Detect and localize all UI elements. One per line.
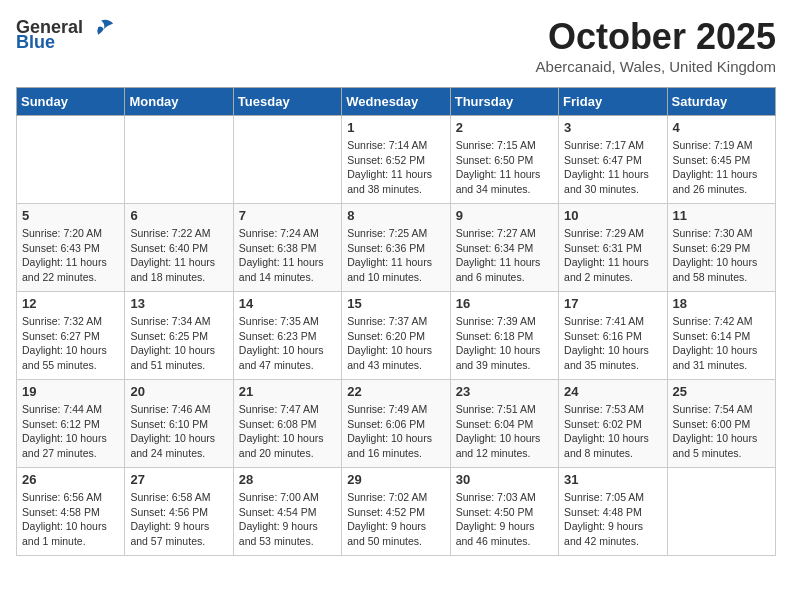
calendar-week-row: 26Sunrise: 6:56 AM Sunset: 4:58 PM Dayli…: [17, 468, 776, 556]
weekday-header-sunday: Sunday: [17, 88, 125, 116]
day-number: 23: [456, 384, 553, 399]
day-info: Sunrise: 7:46 AM Sunset: 6:10 PM Dayligh…: [130, 402, 227, 461]
day-number: 13: [130, 296, 227, 311]
day-info: Sunrise: 7:15 AM Sunset: 6:50 PM Dayligh…: [456, 138, 553, 197]
calendar-cell: 21Sunrise: 7:47 AM Sunset: 6:08 PM Dayli…: [233, 380, 341, 468]
day-info: Sunrise: 7:53 AM Sunset: 6:02 PM Dayligh…: [564, 402, 661, 461]
month-title: October 2025: [536, 16, 776, 58]
logo: General Blue: [16, 16, 109, 53]
day-number: 27: [130, 472, 227, 487]
day-number: 6: [130, 208, 227, 223]
location: Abercanaid, Wales, United Kingdom: [536, 58, 776, 75]
day-info: Sunrise: 7:05 AM Sunset: 4:48 PM Dayligh…: [564, 490, 661, 549]
day-number: 3: [564, 120, 661, 135]
day-info: Sunrise: 7:37 AM Sunset: 6:20 PM Dayligh…: [347, 314, 444, 373]
calendar-cell: 8Sunrise: 7:25 AM Sunset: 6:36 PM Daylig…: [342, 204, 450, 292]
day-number: 24: [564, 384, 661, 399]
calendar-cell: 18Sunrise: 7:42 AM Sunset: 6:14 PM Dayli…: [667, 292, 775, 380]
calendar-cell: 10Sunrise: 7:29 AM Sunset: 6:31 PM Dayli…: [559, 204, 667, 292]
day-info: Sunrise: 7:42 AM Sunset: 6:14 PM Dayligh…: [673, 314, 770, 373]
day-number: 5: [22, 208, 119, 223]
calendar-table: SundayMondayTuesdayWednesdayThursdayFrid…: [16, 87, 776, 556]
calendar-cell: 5Sunrise: 7:20 AM Sunset: 6:43 PM Daylig…: [17, 204, 125, 292]
day-number: 12: [22, 296, 119, 311]
day-info: Sunrise: 7:51 AM Sunset: 6:04 PM Dayligh…: [456, 402, 553, 461]
calendar-cell: [17, 116, 125, 204]
calendar-cell: 31Sunrise: 7:05 AM Sunset: 4:48 PM Dayli…: [559, 468, 667, 556]
calendar-cell: 25Sunrise: 7:54 AM Sunset: 6:00 PM Dayli…: [667, 380, 775, 468]
day-number: 11: [673, 208, 770, 223]
day-info: Sunrise: 7:24 AM Sunset: 6:38 PM Dayligh…: [239, 226, 336, 285]
calendar-cell: [667, 468, 775, 556]
calendar-cell: 4Sunrise: 7:19 AM Sunset: 6:45 PM Daylig…: [667, 116, 775, 204]
calendar-cell: 3Sunrise: 7:17 AM Sunset: 6:47 PM Daylig…: [559, 116, 667, 204]
day-number: 25: [673, 384, 770, 399]
weekday-header-tuesday: Tuesday: [233, 88, 341, 116]
day-info: Sunrise: 7:00 AM Sunset: 4:54 PM Dayligh…: [239, 490, 336, 549]
day-info: Sunrise: 7:32 AM Sunset: 6:27 PM Dayligh…: [22, 314, 119, 373]
calendar-cell: [125, 116, 233, 204]
day-number: 19: [22, 384, 119, 399]
calendar-cell: 9Sunrise: 7:27 AM Sunset: 6:34 PM Daylig…: [450, 204, 558, 292]
day-number: 21: [239, 384, 336, 399]
calendar-week-row: 1Sunrise: 7:14 AM Sunset: 6:52 PM Daylig…: [17, 116, 776, 204]
day-info: Sunrise: 7:35 AM Sunset: 6:23 PM Dayligh…: [239, 314, 336, 373]
calendar-cell: 14Sunrise: 7:35 AM Sunset: 6:23 PM Dayli…: [233, 292, 341, 380]
calendar-cell: 26Sunrise: 6:56 AM Sunset: 4:58 PM Dayli…: [17, 468, 125, 556]
weekday-header-wednesday: Wednesday: [342, 88, 450, 116]
day-info: Sunrise: 7:19 AM Sunset: 6:45 PM Dayligh…: [673, 138, 770, 197]
day-info: Sunrise: 7:29 AM Sunset: 6:31 PM Dayligh…: [564, 226, 661, 285]
calendar-cell: 15Sunrise: 7:37 AM Sunset: 6:20 PM Dayli…: [342, 292, 450, 380]
weekday-header-row: SundayMondayTuesdayWednesdayThursdayFrid…: [17, 88, 776, 116]
calendar-cell: 12Sunrise: 7:32 AM Sunset: 6:27 PM Dayli…: [17, 292, 125, 380]
weekday-header-thursday: Thursday: [450, 88, 558, 116]
calendar-cell: 24Sunrise: 7:53 AM Sunset: 6:02 PM Dayli…: [559, 380, 667, 468]
weekday-header-saturday: Saturday: [667, 88, 775, 116]
day-info: Sunrise: 7:02 AM Sunset: 4:52 PM Dayligh…: [347, 490, 444, 549]
day-number: 1: [347, 120, 444, 135]
day-info: Sunrise: 7:17 AM Sunset: 6:47 PM Dayligh…: [564, 138, 661, 197]
day-info: Sunrise: 7:49 AM Sunset: 6:06 PM Dayligh…: [347, 402, 444, 461]
day-info: Sunrise: 6:58 AM Sunset: 4:56 PM Dayligh…: [130, 490, 227, 549]
day-number: 15: [347, 296, 444, 311]
calendar-cell: 17Sunrise: 7:41 AM Sunset: 6:16 PM Dayli…: [559, 292, 667, 380]
day-number: 31: [564, 472, 661, 487]
day-info: Sunrise: 7:20 AM Sunset: 6:43 PM Dayligh…: [22, 226, 119, 285]
calendar-cell: [233, 116, 341, 204]
day-number: 22: [347, 384, 444, 399]
title-block: October 2025 Abercanaid, Wales, United K…: [536, 16, 776, 75]
day-number: 8: [347, 208, 444, 223]
day-info: Sunrise: 7:44 AM Sunset: 6:12 PM Dayligh…: [22, 402, 119, 461]
weekday-header-monday: Monday: [125, 88, 233, 116]
calendar-cell: 7Sunrise: 7:24 AM Sunset: 6:38 PM Daylig…: [233, 204, 341, 292]
calendar-cell: 6Sunrise: 7:22 AM Sunset: 6:40 PM Daylig…: [125, 204, 233, 292]
calendar-cell: 19Sunrise: 7:44 AM Sunset: 6:12 PM Dayli…: [17, 380, 125, 468]
day-info: Sunrise: 7:27 AM Sunset: 6:34 PM Dayligh…: [456, 226, 553, 285]
calendar-cell: 28Sunrise: 7:00 AM Sunset: 4:54 PM Dayli…: [233, 468, 341, 556]
day-number: 7: [239, 208, 336, 223]
weekday-header-friday: Friday: [559, 88, 667, 116]
day-number: 30: [456, 472, 553, 487]
day-number: 2: [456, 120, 553, 135]
day-info: Sunrise: 7:14 AM Sunset: 6:52 PM Dayligh…: [347, 138, 444, 197]
day-info: Sunrise: 7:03 AM Sunset: 4:50 PM Dayligh…: [456, 490, 553, 549]
calendar-cell: 11Sunrise: 7:30 AM Sunset: 6:29 PM Dayli…: [667, 204, 775, 292]
day-number: 26: [22, 472, 119, 487]
day-number: 20: [130, 384, 227, 399]
page-header: General Blue October 2025 Abercanaid, Wa…: [16, 16, 776, 75]
logo-blue: Blue: [16, 32, 55, 53]
day-info: Sunrise: 7:47 AM Sunset: 6:08 PM Dayligh…: [239, 402, 336, 461]
calendar-cell: 20Sunrise: 7:46 AM Sunset: 6:10 PM Dayli…: [125, 380, 233, 468]
day-number: 4: [673, 120, 770, 135]
calendar-cell: 23Sunrise: 7:51 AM Sunset: 6:04 PM Dayli…: [450, 380, 558, 468]
calendar-week-row: 5Sunrise: 7:20 AM Sunset: 6:43 PM Daylig…: [17, 204, 776, 292]
calendar-cell: 22Sunrise: 7:49 AM Sunset: 6:06 PM Dayli…: [342, 380, 450, 468]
day-number: 28: [239, 472, 336, 487]
calendar-cell: 27Sunrise: 6:58 AM Sunset: 4:56 PM Dayli…: [125, 468, 233, 556]
day-info: Sunrise: 6:56 AM Sunset: 4:58 PM Dayligh…: [22, 490, 119, 549]
day-number: 9: [456, 208, 553, 223]
day-number: 14: [239, 296, 336, 311]
day-number: 10: [564, 208, 661, 223]
calendar-cell: 30Sunrise: 7:03 AM Sunset: 4:50 PM Dayli…: [450, 468, 558, 556]
calendar-week-row: 12Sunrise: 7:32 AM Sunset: 6:27 PM Dayli…: [17, 292, 776, 380]
